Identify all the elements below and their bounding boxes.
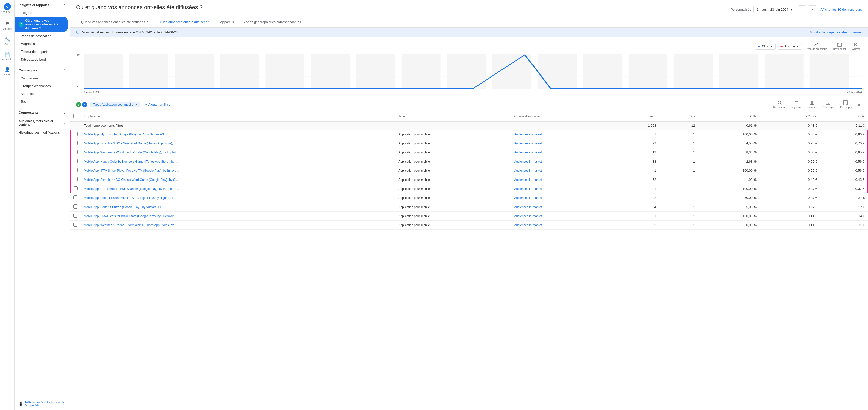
placement-link[interactable]: Mobile App: Photo Illusion Diffusion AI …: [84, 196, 180, 200]
row-checkbox[interactable]: [73, 196, 78, 200]
row-placement: Mobile App: My Tidy Life (Google Play), …: [81, 130, 395, 139]
placement-link[interactable]: Mobile App: Scrabble® GO - New Word Game…: [84, 142, 180, 145]
groupe-link[interactable]: Audiences in-market: [514, 224, 542, 227]
chart-type-button[interactable]: Type de graphique: [804, 41, 829, 52]
placement-link[interactable]: Mobile App: Happy Color by Numbers Game …: [84, 160, 180, 163]
placement-link[interactable]: Mobile App: PDF Reader - PDF Scanner (Go…: [84, 187, 180, 191]
expand-chart-button[interactable]: Développer: [831, 41, 848, 52]
row-checkbox[interactable]: [73, 205, 78, 208]
filter-close-icon[interactable]: ✕: [135, 103, 138, 106]
svg-rect-23: [583, 54, 622, 89]
groupe-link[interactable]: Audiences in-market: [514, 151, 542, 154]
th-clics[interactable]: Clics: [659, 111, 698, 121]
groupe-link[interactable]: Audiences in-market: [514, 160, 542, 163]
th-groupe[interactable]: Groupe d'annonces: [511, 111, 615, 121]
placement-link[interactable]: Mobile App: Scrabble® GO-Classic Word Ga…: [84, 178, 180, 181]
sidebar-bottom: 📱 Téléchargez l'application mobile Googl…: [14, 398, 70, 410]
metric1-dropdown[interactable]: Clics ▼: [755, 43, 776, 50]
placement-link[interactable]: Mobile App: Brawl Stats for Brawl Stars …: [84, 214, 180, 218]
th-impr[interactable]: Impr.: [615, 111, 659, 121]
nav-facturati-label: Facturati...: [2, 58, 12, 61]
sidebar-item-historique[interactable]: Historique des modifications: [14, 128, 70, 136]
sidebar-item-campagnes[interactable]: Campagnes: [14, 74, 70, 82]
sidebar-item-magasins[interactable]: Magasins: [14, 40, 70, 48]
collapse-button[interactable]: ∧: [856, 101, 862, 108]
sidebar-item-insights[interactable]: Insights: [14, 9, 70, 17]
sidebar-item-ou-quand[interactable]: 2 Où et quand vos annonces ont-elles été…: [14, 17, 68, 32]
groupe-link[interactable]: Audiences in-market: [514, 187, 542, 191]
row-checkbox-cell: [70, 157, 81, 166]
columns-action[interactable]: Colonnes: [807, 100, 817, 109]
row-checkbox[interactable]: [74, 150, 78, 154]
mobile-icon: 📱: [19, 402, 23, 406]
th-ctr[interactable]: CTR: [698, 111, 760, 121]
download-app-link[interactable]: 📱 Téléchargez l'application mobile Googl…: [19, 401, 66, 407]
view-last-30-days-link[interactable]: Afficher les 30 derniers jours: [820, 7, 862, 11]
section-toggle-composants[interactable]: ∨: [63, 111, 66, 114]
nav-campaign[interactable]: C Campagn...: [0, 0, 14, 16]
date-range-dropdown[interactable]: 1 mars – 23 juin 2024 ▼: [753, 6, 796, 13]
groupe-link[interactable]: Audiences in-market: [514, 133, 542, 136]
tab-appareils[interactable]: Appareils: [215, 18, 239, 27]
row-checkbox[interactable]: [74, 159, 78, 163]
section-toggle-audiences[interactable]: ∨: [63, 121, 66, 125]
search-icon: [777, 100, 782, 105]
section-toggle-campagnes[interactable]: ∧: [63, 68, 66, 72]
groupe-link[interactable]: Audiences in-market: [514, 205, 542, 209]
tab-quand[interactable]: Quand vos annonces ont-elles été diffusé…: [76, 18, 153, 27]
sidebar-item-tableaux-bord[interactable]: Tableaux de bord: [14, 56, 70, 63]
expand-action[interactable]: Développer: [839, 100, 852, 109]
tab-zones[interactable]: Zones géographiques correspondantes: [239, 18, 306, 27]
download-action[interactable]: Télécharger: [822, 100, 835, 109]
filter-type-badge[interactable]: Type : Application pour mobile ✕: [90, 102, 140, 107]
nav-objectifs[interactable]: ⚑ Objectifs: [0, 18, 14, 33]
sidebar-item-tests[interactable]: Tests: [14, 98, 70, 106]
sidebar-section-header-campagnes[interactable]: Campagnes ∧: [14, 65, 70, 74]
th-emplacement[interactable]: Emplacement: [81, 111, 395, 121]
section-toggle-insights[interactable]: ∧: [63, 3, 66, 7]
tab-ou[interactable]: Où les annonces ont été diffusées ?: [153, 18, 215, 27]
sidebar-item-editeur-rapports[interactable]: Éditeur de rapports: [14, 48, 70, 56]
th-type[interactable]: Type: [395, 111, 511, 121]
add-filter-button[interactable]: + Ajouter un filtre: [143, 101, 172, 107]
sidebar-item-annonces[interactable]: Annonces: [14, 90, 70, 98]
sidebar-section-header-audiences[interactable]: Audiences, mots clés et contenu ∨: [14, 116, 70, 128]
adjust-chart-button[interactable]: Ajuster: [850, 41, 862, 52]
th-cpc[interactable]: CPC moy.: [760, 111, 820, 121]
placement-link[interactable]: Mobile App: Sorter It Puzzle (Google Pla…: [84, 205, 180, 209]
groupe-link[interactable]: Audiences in-market: [514, 196, 542, 200]
segment-action[interactable]: Segmenter: [790, 100, 803, 109]
nav-admin[interactable]: 👤 Admin: [0, 64, 14, 79]
nav-outils[interactable]: 🔧 Outils: [0, 33, 14, 49]
close-info-link[interactable]: Fermer: [851, 30, 862, 34]
row-checkbox[interactable]: [73, 223, 78, 227]
sidebar-section-header-composants[interactable]: Composants ∨: [14, 108, 70, 116]
sidebar-item-pages-destination[interactable]: Pages de destination: [14, 32, 70, 40]
prev-date-button[interactable]: ‹: [798, 5, 806, 13]
groupe-link[interactable]: Audiences in-market: [514, 178, 542, 181]
select-all-checkbox[interactable]: [73, 114, 78, 118]
row-checkbox[interactable]: [73, 213, 78, 217]
th-cout[interactable]: ↓ Coût: [820, 111, 868, 121]
sidebar-section-header-insights[interactable]: Insights et rapports ∧: [14, 0, 70, 9]
row-checkbox[interactable]: [74, 177, 78, 181]
placement-link[interactable]: Mobile App: Weather & Radar - Storm aler…: [84, 224, 180, 227]
groupe-link[interactable]: Audiences in-market: [514, 142, 542, 145]
placement-link[interactable]: Mobile App: IPTV Smart Player Pro Live T…: [84, 169, 180, 172]
row-checkbox[interactable]: [74, 132, 78, 136]
row-ctr: 1,92 %: [698, 175, 760, 184]
row-checkbox[interactable]: [74, 168, 78, 172]
placement-link[interactable]: Mobile App: My Tidy Life (Google Play), …: [84, 133, 180, 136]
groupe-link[interactable]: Audiences in-market: [514, 214, 542, 218]
placement-link[interactable]: Mobile App: Woodoku - Wood Block Puzzle …: [84, 151, 180, 154]
search-action[interactable]: Rechercher: [773, 100, 786, 109]
sidebar-item-groupes-annonces[interactable]: Groupes d'annonces: [14, 82, 70, 90]
metric2-dropdown[interactable]: Aucune ▼: [778, 43, 802, 50]
nav-facturati[interactable]: 📄 Facturati...: [0, 49, 14, 64]
groupe-link[interactable]: Audiences in-market: [514, 169, 542, 172]
row-checkbox[interactable]: [74, 186, 78, 191]
next-date-button[interactable]: ›: [808, 5, 816, 13]
table-row: Mobile App: Scrabble® GO-Classic Word Ga…: [70, 175, 868, 184]
row-checkbox[interactable]: [74, 141, 78, 145]
modify-date-link[interactable]: Modifier la plage de dates: [810, 30, 847, 34]
